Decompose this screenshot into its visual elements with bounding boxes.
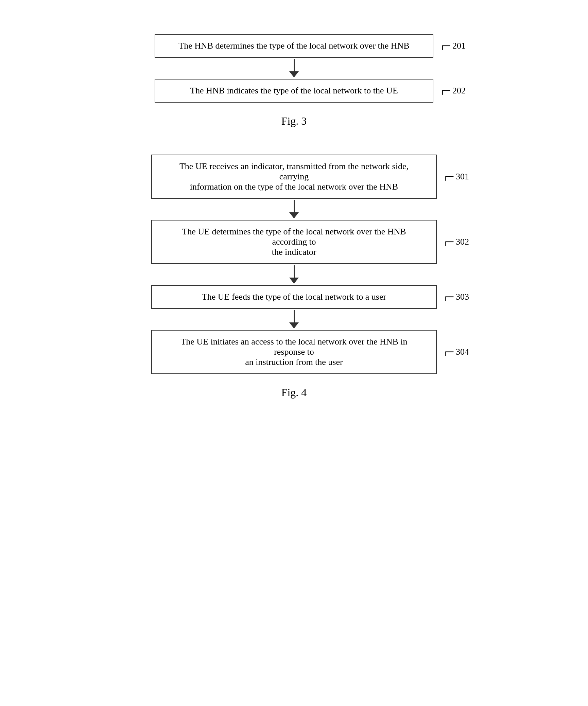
arrow2-line [294, 200, 295, 212]
fig4-box1-brace: ⌐ [445, 168, 454, 186]
fig4-box2: The UE determines the type of the local … [151, 220, 437, 264]
fig3-box2-text: The HNB indicates the type of the local … [190, 86, 398, 95]
fig4-box3-wrapper: The UE feeds the type of the local netwo… [151, 285, 437, 309]
page-container: The HNB determines the type of the local… [0, 0, 588, 706]
fig4-box1-text: The UE receives an indicator, transmitte… [179, 161, 409, 192]
fig4-section: The UE receives an indicator, transmitte… [34, 155, 554, 399]
fig4-box4-brace: ⌐ [445, 343, 454, 361]
fig4-box1-label-container: ⌐ 301 [445, 168, 469, 186]
arrow1-head [289, 71, 299, 77]
fig3-caption: Fig. 3 [281, 115, 307, 127]
arrow2 [289, 200, 299, 218]
arrow4-head [289, 322, 299, 329]
fig4-box4-label-container: ⌐ 304 [445, 343, 469, 361]
fig4-box4-text: The UE initiates an access to the local … [180, 337, 407, 367]
fig4-box4-label: 304 [456, 347, 469, 357]
fig3-box1-text: The HNB determines the type of the local… [178, 41, 409, 51]
fig4-box2-label: 302 [456, 237, 469, 247]
arrow3 [289, 265, 299, 284]
arrow1-line [294, 59, 295, 71]
fig4-box3: The UE feeds the type of the local netwo… [151, 285, 437, 309]
fig3-box1-wrapper: The HNB determines the type of the local… [155, 34, 433, 58]
fig4-box3-brace: ⌐ [445, 288, 454, 306]
fig3-box2-brace: ⌐ [441, 82, 451, 100]
fig3-box1-brace: ⌐ [441, 37, 451, 55]
arrow3-head [289, 278, 299, 284]
arrow1 [289, 59, 299, 77]
fig4-box1: The UE receives an indicator, transmitte… [151, 155, 437, 199]
fig3-box1-label: 201 [452, 41, 466, 51]
fig4-box2-brace: ⌐ [445, 233, 454, 251]
fig4-box3-text: The UE feeds the type of the local netwo… [202, 292, 386, 302]
arrow4-line [294, 310, 295, 322]
fig4-box3-label-container: ⌐ 303 [445, 288, 469, 306]
fig4-box2-label-container: ⌐ 302 [445, 233, 469, 251]
fig3-box2: The HNB indicates the type of the local … [155, 79, 433, 103]
fig3-box1: The HNB determines the type of the local… [155, 34, 433, 58]
fig3-box1-label-container: ⌐ 201 [441, 37, 466, 55]
fig4-box1-wrapper: The UE receives an indicator, transmitte… [151, 155, 437, 199]
fig3-box2-label: 202 [452, 86, 466, 96]
fig4-box2-text: The UE determines the type of the local … [182, 227, 406, 257]
fig3-section: The HNB determines the type of the local… [34, 34, 554, 127]
fig4-caption: Fig. 4 [281, 386, 307, 399]
arrow4 [289, 310, 299, 329]
arrow2-head [289, 212, 299, 218]
fig3-box2-label-container: ⌐ 202 [441, 82, 466, 100]
fig3-box2-wrapper: The HNB indicates the type of the local … [155, 79, 433, 103]
fig4-box4: The UE initiates an access to the local … [151, 330, 437, 374]
arrow3-line [294, 265, 295, 278]
fig4-box3-label: 303 [456, 292, 469, 302]
fig4-box1-label: 301 [456, 172, 469, 182]
fig4-box4-wrapper: The UE initiates an access to the local … [151, 330, 437, 374]
fig4-box2-wrapper: The UE determines the type of the local … [151, 220, 437, 264]
